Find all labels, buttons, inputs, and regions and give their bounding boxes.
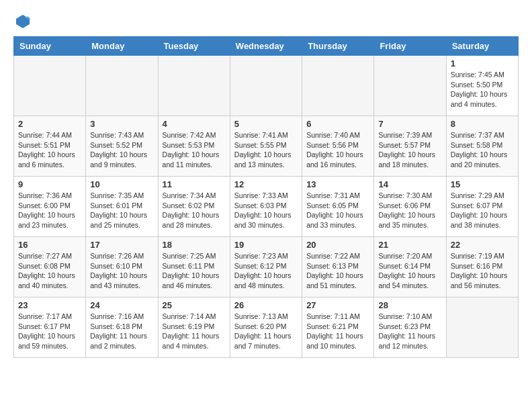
day-number: 25 (163, 300, 226, 310)
calendar-cell: 6Sunrise: 7:40 AM Sunset: 5:56 PM Daylig… (302, 116, 374, 177)
day-info: Sunrise: 7:36 AM Sunset: 6:00 PM Dayligh… (18, 191, 81, 230)
day-info: Sunrise: 7:13 AM Sunset: 6:20 PM Dayligh… (234, 312, 298, 351)
calendar-cell: 7Sunrise: 7:39 AM Sunset: 5:57 PM Daylig… (374, 116, 446, 177)
day-number: 20 (306, 240, 369, 250)
calendar-cell (230, 56, 302, 116)
calendar-cell: 11Sunrise: 7:34 AM Sunset: 6:02 PM Dayli… (158, 177, 230, 237)
day-info: Sunrise: 7:34 AM Sunset: 6:02 PM Dayligh… (163, 191, 226, 230)
day-number: 17 (90, 240, 153, 250)
day-number: 7 (378, 119, 441, 129)
day-info: Sunrise: 7:20 AM Sunset: 6:14 PM Dayligh… (378, 251, 441, 291)
calendar-cell: 26Sunrise: 7:13 AM Sunset: 6:20 PM Dayli… (230, 298, 302, 358)
calendar-cell: 17Sunrise: 7:26 AM Sunset: 6:10 PM Dayli… (86, 237, 158, 298)
calendar-cell: 25Sunrise: 7:14 AM Sunset: 6:19 PM Dayli… (158, 298, 230, 358)
day-number: 5 (234, 119, 298, 129)
calendar-week-row: 16Sunrise: 7:27 AM Sunset: 6:08 PM Dayli… (14, 237, 519, 298)
day-info: Sunrise: 7:22 AM Sunset: 6:13 PM Dayligh… (306, 251, 369, 291)
day-info: Sunrise: 7:40 AM Sunset: 5:56 PM Dayligh… (306, 130, 369, 170)
day-info: Sunrise: 7:39 AM Sunset: 5:57 PM Dayligh… (378, 130, 441, 170)
logo-icon (15, 13, 31, 30)
day-number: 9 (18, 179, 81, 189)
weekday-header-friday: Friday (374, 37, 446, 56)
calendar-cell: 14Sunrise: 7:30 AM Sunset: 6:06 PM Dayli… (374, 177, 446, 237)
day-info: Sunrise: 7:16 AM Sunset: 6:18 PM Dayligh… (90, 312, 153, 351)
calendar-cell: 21Sunrise: 7:20 AM Sunset: 6:14 PM Dayli… (374, 237, 446, 298)
calendar-table: SundayMondayTuesdayWednesdayThursdayFrid… (13, 36, 519, 358)
calendar-cell: 13Sunrise: 7:31 AM Sunset: 6:05 PM Dayli… (302, 177, 374, 237)
day-info: Sunrise: 7:14 AM Sunset: 6:19 PM Dayligh… (163, 312, 226, 351)
calendar-cell: 19Sunrise: 7:23 AM Sunset: 6:12 PM Dayli… (230, 237, 302, 298)
day-number: 21 (378, 240, 441, 250)
calendar-cell: 5Sunrise: 7:41 AM Sunset: 5:55 PM Daylig… (230, 116, 302, 177)
day-info: Sunrise: 7:33 AM Sunset: 6:03 PM Dayligh… (234, 191, 298, 230)
calendar-cell (158, 56, 230, 116)
day-info: Sunrise: 7:43 AM Sunset: 5:52 PM Dayligh… (90, 130, 153, 170)
calendar-cell (302, 56, 374, 116)
day-number: 22 (451, 240, 514, 250)
calendar-cell (86, 56, 158, 116)
page-header (13, 13, 519, 30)
weekday-header-wednesday: Wednesday (230, 37, 302, 56)
day-number: 19 (234, 240, 298, 250)
weekday-header-thursday: Thursday (302, 37, 374, 56)
calendar-cell: 4Sunrise: 7:42 AM Sunset: 5:53 PM Daylig… (158, 116, 230, 177)
calendar-cell (374, 56, 446, 116)
calendar-cell: 23Sunrise: 7:17 AM Sunset: 6:17 PM Dayli… (14, 298, 86, 358)
day-number: 16 (18, 240, 81, 250)
weekday-header-saturday: Saturday (446, 37, 518, 56)
day-info: Sunrise: 7:26 AM Sunset: 6:10 PM Dayligh… (90, 251, 153, 291)
day-number: 4 (163, 119, 226, 129)
calendar-cell: 10Sunrise: 7:35 AM Sunset: 6:01 PM Dayli… (86, 177, 158, 237)
day-number: 28 (378, 300, 441, 310)
calendar-week-row: 2Sunrise: 7:44 AM Sunset: 5:51 PM Daylig… (14, 116, 519, 177)
day-info: Sunrise: 7:42 AM Sunset: 5:53 PM Dayligh… (163, 130, 226, 170)
weekday-header-sunday: Sunday (14, 37, 86, 56)
day-info: Sunrise: 7:10 AM Sunset: 6:23 PM Dayligh… (378, 312, 441, 351)
calendar-cell: 22Sunrise: 7:19 AM Sunset: 6:16 PM Dayli… (446, 237, 518, 298)
calendar-cell: 12Sunrise: 7:33 AM Sunset: 6:03 PM Dayli… (230, 177, 302, 237)
calendar-cell: 15Sunrise: 7:29 AM Sunset: 6:07 PM Dayli… (446, 177, 518, 237)
day-info: Sunrise: 7:23 AM Sunset: 6:12 PM Dayligh… (234, 251, 298, 291)
calendar-cell: 2Sunrise: 7:44 AM Sunset: 5:51 PM Daylig… (14, 116, 86, 177)
day-number: 11 (163, 179, 226, 189)
calendar-cell (446, 298, 518, 358)
day-number: 23 (18, 300, 81, 310)
day-info: Sunrise: 7:41 AM Sunset: 5:55 PM Dayligh… (234, 130, 298, 170)
day-number: 8 (451, 119, 514, 129)
day-info: Sunrise: 7:31 AM Sunset: 6:05 PM Dayligh… (306, 191, 369, 230)
day-number: 6 (306, 119, 369, 129)
day-number: 12 (234, 179, 298, 189)
calendar-cell: 3Sunrise: 7:43 AM Sunset: 5:52 PM Daylig… (86, 116, 158, 177)
day-number: 14 (378, 179, 441, 189)
day-number: 15 (451, 179, 514, 189)
calendar-cell: 8Sunrise: 7:37 AM Sunset: 5:58 PM Daylig… (446, 116, 518, 177)
day-info: Sunrise: 7:45 AM Sunset: 5:50 PM Dayligh… (451, 70, 514, 109)
calendar-week-row: 1Sunrise: 7:45 AM Sunset: 5:50 PM Daylig… (14, 56, 519, 116)
calendar-cell: 16Sunrise: 7:27 AM Sunset: 6:08 PM Dayli… (14, 237, 86, 298)
day-number: 24 (90, 300, 153, 310)
calendar-week-row: 9Sunrise: 7:36 AM Sunset: 6:00 PM Daylig… (14, 177, 519, 237)
calendar-cell: 27Sunrise: 7:11 AM Sunset: 6:21 PM Dayli… (302, 298, 374, 358)
day-info: Sunrise: 7:17 AM Sunset: 6:17 PM Dayligh… (18, 312, 81, 351)
day-info: Sunrise: 7:30 AM Sunset: 6:06 PM Dayligh… (378, 191, 441, 230)
day-info: Sunrise: 7:29 AM Sunset: 6:07 PM Dayligh… (451, 191, 514, 230)
calendar-cell: 9Sunrise: 7:36 AM Sunset: 6:00 PM Daylig… (14, 177, 86, 237)
day-number: 2 (18, 119, 81, 129)
day-info: Sunrise: 7:37 AM Sunset: 5:58 PM Dayligh… (451, 130, 514, 170)
day-info: Sunrise: 7:35 AM Sunset: 6:01 PM Dayligh… (90, 191, 153, 230)
day-number: 3 (90, 119, 153, 129)
day-number: 27 (306, 300, 369, 310)
day-number: 26 (234, 300, 298, 310)
day-number: 1 (451, 58, 514, 68)
day-info: Sunrise: 7:11 AM Sunset: 6:21 PM Dayligh… (306, 312, 369, 351)
logo (13, 13, 31, 30)
calendar-cell: 24Sunrise: 7:16 AM Sunset: 6:18 PM Dayli… (86, 298, 158, 358)
day-info: Sunrise: 7:25 AM Sunset: 6:11 PM Dayligh… (163, 251, 226, 291)
weekday-header-row: SundayMondayTuesdayWednesdayThursdayFrid… (14, 37, 519, 56)
calendar-cell: 20Sunrise: 7:22 AM Sunset: 6:13 PM Dayli… (302, 237, 374, 298)
day-info: Sunrise: 7:44 AM Sunset: 5:51 PM Dayligh… (18, 130, 81, 170)
day-info: Sunrise: 7:19 AM Sunset: 6:16 PM Dayligh… (451, 251, 514, 291)
day-number: 18 (163, 240, 226, 250)
calendar-cell: 18Sunrise: 7:25 AM Sunset: 6:11 PM Dayli… (158, 237, 230, 298)
day-number: 13 (306, 179, 369, 189)
